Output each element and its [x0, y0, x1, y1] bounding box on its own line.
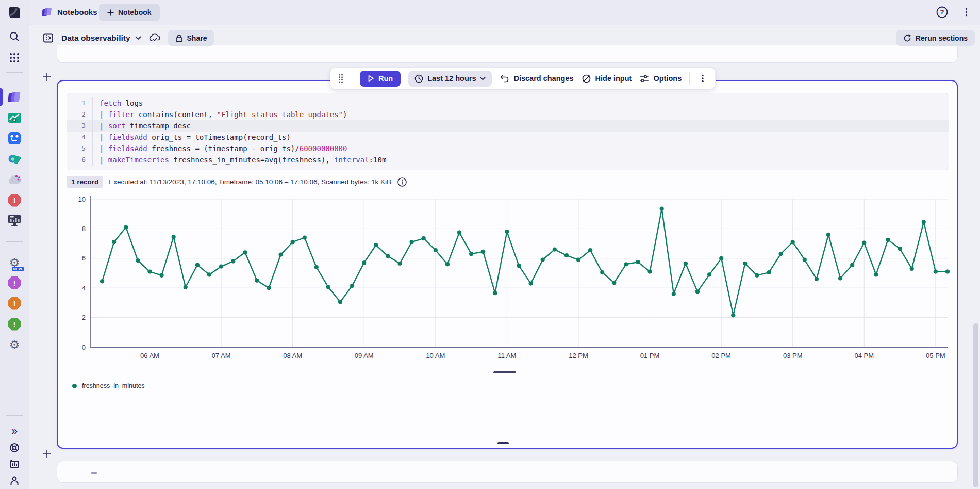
search-icon[interactable] — [7, 29, 22, 44]
sidebar-item-settings-new[interactable]: NEW — [7, 255, 22, 270]
line-number: 4 — [67, 132, 93, 143]
app-rail: NEW — [0, 0, 29, 489]
svg-text:09 AM: 09 AM — [355, 352, 374, 360]
svg-text:12 PM: 12 PM — [569, 352, 588, 360]
discard-label: Discard changes — [513, 74, 573, 83]
line-number: 2 — [67, 109, 93, 120]
svg-text:11 AM: 11 AM — [497, 352, 516, 360]
drag-handle[interactable] — [338, 73, 344, 84]
sidebar-item-problems[interactable] — [7, 193, 22, 207]
sidebar-item-settings[interactable] — [7, 337, 22, 352]
person-icon — [9, 475, 20, 486]
timeseries-chart[interactable]: 024681006 AM07 AM08 AM09 AM10 AM11 AM12 … — [67, 191, 951, 364]
legend-series-label: freshness_in_minutes — [82, 382, 145, 389]
sidebar-item-notebooks[interactable] — [7, 90, 22, 104]
svg-text:01 PM: 01 PM — [640, 352, 660, 360]
options-label: Options — [653, 74, 682, 83]
sidebar-item-alert-green[interactable] — [7, 317, 22, 331]
svg-text:06 AM: 06 AM — [140, 352, 159, 360]
svg-text:0: 0 — [82, 344, 86, 351]
account-button[interactable] — [7, 474, 22, 488]
dynatrace-logo[interactable] — [7, 6, 22, 20]
clock-icon — [414, 74, 423, 83]
rail-divider — [6, 415, 23, 416]
usage-chart-icon — [9, 459, 20, 470]
play-icon — [368, 75, 374, 82]
sliders-icon — [639, 74, 649, 83]
add-section-button-top[interactable] — [42, 72, 52, 82]
code-line[interactable]: 6| makeTimeseries freshness_in_minutes=a… — [67, 154, 949, 166]
usage-button[interactable] — [7, 457, 22, 471]
code-line[interactable]: 2| filter contains(content, "Flight stat… — [67, 109, 949, 120]
notebooks-app-icon — [42, 7, 53, 18]
toolbar-divider — [689, 72, 690, 85]
rerun-label: Rerun sections — [916, 34, 968, 42]
dashboards-icon — [8, 111, 22, 125]
options-button[interactable]: Options — [639, 74, 682, 83]
next-section-card[interactable] — [57, 461, 958, 483]
lock-icon — [175, 34, 183, 42]
rerun-sections-button[interactable]: Rerun sections — [896, 30, 975, 46]
notebook-title-dropdown[interactable]: Data observability — [61, 34, 141, 43]
line-number: 1 — [67, 97, 93, 109]
expand-rail-button[interactable] — [7, 424, 22, 438]
record-count-badge: 1 record — [67, 176, 103, 188]
sidebar-item-dashboards[interactable] — [7, 110, 22, 125]
hide-input-label: Hide input — [595, 74, 632, 83]
product-title: Notebooks — [57, 8, 97, 17]
svg-text:03 PM: 03 PM — [783, 352, 803, 360]
info-icon[interactable] — [397, 177, 407, 187]
sidebar-item-clouds[interactable] — [7, 152, 22, 166]
chart-horizontal-scrollbar[interactable] — [493, 371, 516, 373]
run-button[interactable]: Run — [360, 71, 401, 87]
execution-meta: Executed at: 11/13/2023, 17:10:06, Timef… — [109, 178, 391, 186]
alert-orange-octagon-icon — [8, 297, 21, 310]
result-status-row: 1 record Executed at: 11/13/2023, 17:10:… — [67, 176, 407, 188]
side-panel-toggle-icon[interactable] — [42, 32, 54, 44]
tab-notebook[interactable]: Notebook — [99, 4, 160, 21]
rail-divider — [6, 72, 23, 73]
top-bar: Notebooks Notebook ? — [29, 0, 980, 25]
code-line[interactable]: 3| sort timestamp desc — [67, 120, 949, 132]
apps-grid-icon[interactable] — [7, 51, 22, 65]
help-question-icon[interactable]: ? — [936, 6, 949, 19]
add-section-button-bottom[interactable] — [42, 449, 52, 459]
sidebar-item-workflows[interactable] — [7, 131, 22, 145]
rail-divider — [6, 241, 23, 242]
page-scrollbar[interactable] — [973, 323, 978, 487]
discard-changes-button[interactable]: Discard changes — [500, 74, 573, 83]
share-button[interactable]: Share — [168, 30, 214, 46]
svg-text:6: 6 — [82, 254, 86, 262]
refresh-icon — [903, 34, 911, 42]
tab-label: Notebook — [118, 8, 152, 17]
workflows-icon — [8, 132, 21, 145]
clouds-icon — [8, 152, 22, 166]
code-line[interactable]: 1fetch logs — [67, 97, 949, 109]
help-button[interactable] — [7, 441, 22, 455]
dynatrace-logo-icon — [8, 6, 21, 20]
legend-item[interactable]: freshness_in_minutes — [72, 382, 145, 389]
cell-resize-handle[interactable] — [497, 442, 509, 444]
svg-text:10: 10 — [78, 195, 86, 203]
dql-code-editor[interactable]: 1fetch logs2| filter contains(content, "… — [67, 93, 949, 170]
more-menu-icon[interactable] — [960, 6, 973, 19]
cell-more-menu-icon[interactable] — [697, 73, 708, 84]
notebook-title: Data observability — [61, 34, 130, 43]
product-home[interactable]: Notebooks — [42, 7, 97, 18]
active-app-indicator — [0, 88, 3, 106]
cloud-sync-icon[interactable] — [148, 32, 161, 44]
sidebar-item-cloud-services[interactable] — [7, 172, 22, 187]
chevron-down-icon — [135, 36, 141, 40]
timeframe-selector[interactable]: Last 12 hours — [408, 71, 492, 87]
collapsed-cell-dash — [91, 472, 97, 474]
notebook-cell[interactable]: 1fetch logs2| filter contains(content, "… — [57, 80, 958, 449]
svg-text:08 AM: 08 AM — [283, 352, 302, 360]
sidebar-item-alert-orange[interactable] — [7, 296, 22, 311]
code-line[interactable]: 4| fieldsAdd orig_ts = toTimestamp(recor… — [67, 132, 949, 143]
sidebar-item-alert-purple[interactable] — [7, 275, 22, 290]
chevron-down-icon — [480, 77, 486, 80]
code-line[interactable]: 5| fieldsAdd freshness = (timestamp - or… — [67, 143, 949, 154]
sidebar-item-infrastructure[interactable] — [7, 213, 22, 227]
hide-input-button[interactable]: Hide input — [582, 74, 632, 84]
chevrons-right-icon — [11, 426, 18, 437]
